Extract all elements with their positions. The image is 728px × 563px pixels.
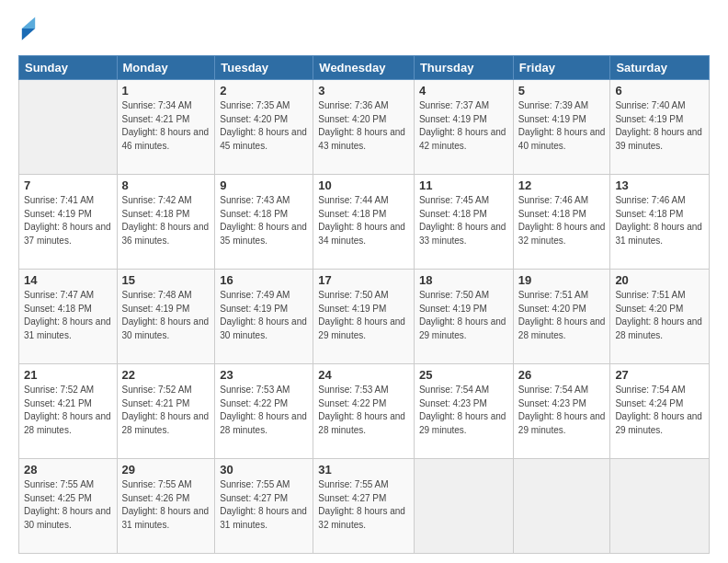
day-cell — [513, 459, 610, 554]
calendar-header-row: SundayMondayTuesdayWednesdayThursdayFrid… — [19, 56, 710, 80]
day-cell: 29Sunrise: 7:55 AMSunset: 4:26 PMDayligh… — [117, 459, 215, 554]
calendar-body: 1Sunrise: 7:34 AMSunset: 4:21 PMDaylight… — [19, 80, 710, 554]
day-cell: 23Sunrise: 7:53 AMSunset: 4:22 PMDayligh… — [215, 364, 313, 459]
day-cell: 24Sunrise: 7:53 AMSunset: 4:22 PMDayligh… — [313, 364, 415, 459]
day-info: Sunrise: 7:55 AMSunset: 4:27 PMDaylight:… — [318, 478, 409, 532]
day-cell: 28Sunrise: 7:55 AMSunset: 4:25 PMDayligh… — [19, 459, 118, 554]
day-cell: 30Sunrise: 7:55 AMSunset: 4:27 PMDayligh… — [215, 459, 313, 554]
day-cell: 13Sunrise: 7:46 AMSunset: 4:18 PMDayligh… — [610, 175, 710, 270]
day-number: 2 — [220, 84, 308, 98]
day-number: 5 — [518, 84, 606, 98]
day-cell: 2Sunrise: 7:35 AMSunset: 4:20 PMDaylight… — [215, 80, 313, 175]
day-info: Sunrise: 7:49 AMSunset: 4:19 PMDaylight:… — [220, 289, 308, 342]
day-cell: 11Sunrise: 7:45 AMSunset: 4:18 PMDayligh… — [414, 175, 513, 270]
day-number: 19 — [518, 273, 606, 287]
day-info: Sunrise: 7:50 AMSunset: 4:19 PMDaylight:… — [318, 289, 409, 342]
day-info: Sunrise: 7:37 AMSunset: 4:19 PMDaylight:… — [419, 99, 508, 153]
day-number: 13 — [615, 178, 704, 192]
day-number: 12 — [518, 178, 606, 192]
day-info: Sunrise: 7:47 AMSunset: 4:18 PMDaylight:… — [24, 289, 112, 342]
day-cell: 16Sunrise: 7:49 AMSunset: 4:19 PMDayligh… — [215, 270, 313, 364]
day-cell: 7Sunrise: 7:41 AMSunset: 4:19 PMDaylight… — [19, 175, 118, 270]
page: SundayMondayTuesdayWednesdayThursdayFrid… — [0, 0, 728, 563]
day-info: Sunrise: 7:44 AMSunset: 4:18 PMDaylight:… — [318, 194, 409, 247]
day-info: Sunrise: 7:52 AMSunset: 4:21 PMDaylight:… — [24, 384, 112, 437]
day-info: Sunrise: 7:55 AMSunset: 4:26 PMDaylight:… — [122, 478, 210, 532]
day-cell: 19Sunrise: 7:51 AMSunset: 4:20 PMDayligh… — [513, 270, 610, 364]
day-cell: 17Sunrise: 7:50 AMSunset: 4:19 PMDayligh… — [313, 270, 415, 364]
day-info: Sunrise: 7:54 AMSunset: 4:23 PMDaylight:… — [518, 384, 606, 437]
day-number: 26 — [518, 368, 606, 382]
day-info: Sunrise: 7:35 AMSunset: 4:20 PMDaylight:… — [220, 99, 308, 153]
day-cell: 3Sunrise: 7:36 AMSunset: 4:20 PMDaylight… — [313, 80, 415, 175]
svg-marker-0 — [22, 29, 35, 40]
col-header-thursday: Thursday — [414, 56, 513, 80]
day-cell: 10Sunrise: 7:44 AMSunset: 4:18 PMDayligh… — [313, 175, 415, 270]
day-number: 3 — [318, 84, 409, 98]
day-info: Sunrise: 7:46 AMSunset: 4:18 PMDaylight:… — [518, 194, 606, 247]
day-number: 6 — [615, 84, 704, 98]
logo-icon — [20, 17, 37, 42]
day-cell: 18Sunrise: 7:50 AMSunset: 4:19 PMDayligh… — [414, 270, 513, 364]
day-info: Sunrise: 7:42 AMSunset: 4:18 PMDaylight:… — [122, 194, 210, 247]
day-number: 11 — [419, 178, 508, 192]
day-info: Sunrise: 7:53 AMSunset: 4:22 PMDaylight:… — [318, 384, 409, 437]
day-cell — [19, 80, 118, 175]
day-info: Sunrise: 7:34 AMSunset: 4:21 PMDaylight:… — [122, 99, 210, 153]
col-header-monday: Monday — [117, 56, 215, 80]
day-number: 27 — [615, 368, 704, 382]
day-cell: 1Sunrise: 7:34 AMSunset: 4:21 PMDaylight… — [117, 80, 215, 175]
day-cell: 20Sunrise: 7:51 AMSunset: 4:20 PMDayligh… — [610, 270, 710, 364]
col-header-friday: Friday — [513, 56, 610, 80]
col-header-sunday: Sunday — [19, 56, 118, 80]
day-info: Sunrise: 7:55 AMSunset: 4:27 PMDaylight:… — [220, 478, 308, 532]
day-info: Sunrise: 7:51 AMSunset: 4:20 PMDaylight:… — [518, 289, 606, 342]
day-cell: 27Sunrise: 7:54 AMSunset: 4:24 PMDayligh… — [610, 364, 710, 459]
day-number: 21 — [24, 368, 112, 382]
day-number: 17 — [318, 273, 409, 287]
day-cell: 22Sunrise: 7:52 AMSunset: 4:21 PMDayligh… — [117, 364, 215, 459]
day-cell: 25Sunrise: 7:54 AMSunset: 4:23 PMDayligh… — [414, 364, 513, 459]
day-info: Sunrise: 7:43 AMSunset: 4:18 PMDaylight:… — [220, 194, 308, 247]
day-number: 16 — [220, 273, 308, 287]
svg-marker-1 — [22, 17, 35, 29]
week-row-3: 21Sunrise: 7:52 AMSunset: 4:21 PMDayligh… — [19, 364, 710, 459]
day-number: 28 — [24, 463, 112, 477]
col-header-wednesday: Wednesday — [313, 56, 415, 80]
day-info: Sunrise: 7:48 AMSunset: 4:19 PMDaylight:… — [122, 289, 210, 342]
day-cell: 31Sunrise: 7:55 AMSunset: 4:27 PMDayligh… — [313, 459, 415, 554]
day-info: Sunrise: 7:45 AMSunset: 4:18 PMDaylight:… — [419, 194, 508, 247]
week-row-4: 28Sunrise: 7:55 AMSunset: 4:25 PMDayligh… — [19, 459, 710, 554]
day-cell — [414, 459, 513, 554]
calendar: SundayMondayTuesdayWednesdayThursdayFrid… — [18, 55, 710, 554]
day-info: Sunrise: 7:53 AMSunset: 4:22 PMDaylight:… — [220, 384, 308, 437]
day-cell: 9Sunrise: 7:43 AMSunset: 4:18 PMDaylight… — [215, 175, 313, 270]
day-number: 7 — [24, 178, 112, 192]
week-row-2: 14Sunrise: 7:47 AMSunset: 4:18 PMDayligh… — [19, 270, 710, 364]
col-header-saturday: Saturday — [610, 56, 710, 80]
day-cell: 14Sunrise: 7:47 AMSunset: 4:18 PMDayligh… — [19, 270, 118, 364]
day-number: 4 — [419, 84, 508, 98]
day-info: Sunrise: 7:46 AMSunset: 4:18 PMDaylight:… — [615, 194, 704, 247]
col-header-tuesday: Tuesday — [215, 56, 313, 80]
day-number: 8 — [122, 178, 210, 192]
day-cell: 15Sunrise: 7:48 AMSunset: 4:19 PMDayligh… — [117, 270, 215, 364]
day-info: Sunrise: 7:36 AMSunset: 4:20 PMDaylight:… — [318, 99, 409, 153]
day-cell: 6Sunrise: 7:40 AMSunset: 4:19 PMDaylight… — [610, 80, 710, 175]
day-cell: 12Sunrise: 7:46 AMSunset: 4:18 PMDayligh… — [513, 175, 610, 270]
day-number: 30 — [220, 463, 308, 477]
day-cell: 5Sunrise: 7:39 AMSunset: 4:19 PMDaylight… — [513, 80, 610, 175]
day-number: 15 — [122, 273, 210, 287]
logo — [18, 17, 40, 46]
day-cell — [610, 459, 710, 554]
day-number: 9 — [220, 178, 308, 192]
day-cell: 21Sunrise: 7:52 AMSunset: 4:21 PMDayligh… — [19, 364, 118, 459]
day-number: 24 — [318, 368, 409, 382]
day-info: Sunrise: 7:52 AMSunset: 4:21 PMDaylight:… — [122, 384, 210, 437]
day-number: 1 — [122, 84, 210, 98]
week-row-1: 7Sunrise: 7:41 AMSunset: 4:19 PMDaylight… — [19, 175, 710, 270]
day-info: Sunrise: 7:40 AMSunset: 4:19 PMDaylight:… — [615, 99, 704, 153]
day-info: Sunrise: 7:55 AMSunset: 4:25 PMDaylight:… — [24, 478, 112, 532]
header — [18, 17, 710, 46]
day-number: 10 — [318, 178, 409, 192]
